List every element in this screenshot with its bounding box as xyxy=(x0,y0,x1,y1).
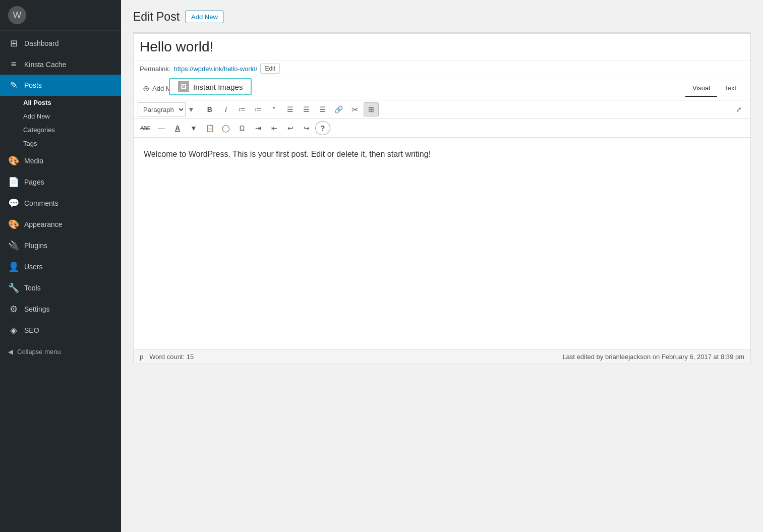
pages-icon: 📄 xyxy=(8,176,19,188)
align-right-button[interactable]: ☰ xyxy=(315,102,330,116)
instant-images-label: Instant Images xyxy=(193,83,243,91)
bold-button[interactable]: B xyxy=(202,102,217,116)
sidebar-sub-tags[interactable]: Tags xyxy=(0,137,121,150)
media-toolbar: ⊕ Add Media 🖼 Instant Images Visual Text xyxy=(134,77,750,100)
add-media-icon: ⊕ xyxy=(143,84,149,93)
sidebar-logo: W xyxy=(0,0,121,31)
permalink-label: Permalink: xyxy=(140,65,170,73)
paragraph-select[interactable]: Paragraph xyxy=(138,102,186,116)
sidebar-item-label: Comments xyxy=(24,199,58,207)
sidebar-sub-all-posts[interactable]: All Posts xyxy=(0,96,121,109)
tools-icon: 🔧 xyxy=(8,282,19,293)
permalink-url[interactable]: https://wpdev.ink/hello-world/ xyxy=(173,65,257,73)
instant-images-popup[interactable]: 🖼 Instant Images xyxy=(169,78,252,95)
permalink-bar: Permalink: https://wpdev.ink/hello-world… xyxy=(134,61,750,77)
redo-button[interactable]: ↪ xyxy=(299,121,314,135)
clear-formatting-button[interactable]: ◯ xyxy=(218,121,233,135)
last-edited-info: Last edited by brianleejackson on Februa… xyxy=(562,353,744,361)
special-char-button[interactable]: Ω xyxy=(234,121,250,135)
sidebar-item-seo[interactable]: ◈ SEO xyxy=(0,320,121,341)
posts-icon: ✎ xyxy=(8,80,19,91)
page-title: Edit Post xyxy=(133,10,180,24)
page-header: Edit Post Add New xyxy=(133,10,751,24)
unordered-list-button[interactable]: ≔ xyxy=(234,102,250,116)
sidebar-item-appearance[interactable]: 🎨 Appearance xyxy=(0,214,121,235)
sidebar-item-label: Settings xyxy=(24,305,50,313)
comments-icon: 💬 xyxy=(8,198,19,209)
text-color-dropdown[interactable]: ▼ xyxy=(186,121,201,135)
toolbar-row-1: Paragraph ▼ B I ≔ ≔ " ☰ ☰ ☰ 🔗 ✂ ⊞ ⤢ xyxy=(134,100,750,119)
sidebar-item-posts[interactable]: ✎ Posts xyxy=(0,75,121,96)
ordered-list-button[interactable]: ≔ xyxy=(251,102,266,116)
settings-icon: ⚙ xyxy=(8,304,19,315)
collapse-icon: ◀ xyxy=(8,348,13,356)
decrease-indent-button[interactable]: ⇤ xyxy=(267,121,282,135)
undo-button[interactable]: ↩ xyxy=(283,121,298,135)
sidebar-item-label: Appearance xyxy=(24,220,63,228)
path-indicator: p xyxy=(140,353,143,361)
users-icon: 👤 xyxy=(8,261,19,272)
post-title-input[interactable] xyxy=(140,39,744,55)
sidebar-item-label: Dashboard xyxy=(24,39,59,47)
sidebar-item-label: Kinsta Cache xyxy=(24,61,66,69)
kinsta-cache-icon: ≡ xyxy=(8,59,19,70)
collapse-menu[interactable]: ◀ Collapse menu xyxy=(0,343,121,361)
toolbar-row-2: ABC — A ▼ 📋 ◯ Ω ⇥ ⇤ ↩ ↪ ? xyxy=(134,119,750,138)
sidebar-item-label: SEO xyxy=(24,326,39,334)
sidebar-item-plugins[interactable]: 🔌 Plugins xyxy=(0,235,121,256)
collapse-label: Collapse menu xyxy=(17,348,61,356)
instant-images-icon: 🖼 xyxy=(178,81,189,92)
main-content: Edit Post Add New Permalink: https://wpd… xyxy=(121,0,763,532)
sidebar-item-media[interactable]: 🎨 Media xyxy=(0,150,121,171)
toolbar-separator-1 xyxy=(199,104,199,115)
sidebar-nav: ⊞ Dashboard ≡ Kinsta Cache ✎ Posts All P… xyxy=(0,31,121,343)
editor-status-bar: p Word count: 15 Last edited by brianlee… xyxy=(134,349,750,364)
help-button[interactable]: ? xyxy=(315,121,330,135)
toolbar-toggle-button[interactable]: ⊞ xyxy=(364,102,379,116)
media-icon: 🎨 xyxy=(8,155,19,166)
more-tag-button[interactable]: ✂ xyxy=(347,102,363,116)
sidebar: W ⊞ Dashboard ≡ Kinsta Cache ✎ Posts All… xyxy=(0,0,121,532)
appearance-icon: 🎨 xyxy=(8,219,19,230)
dashboard-icon: ⊞ xyxy=(8,38,19,49)
editor-paragraph: Welcome to WordPress. This is your first… xyxy=(144,148,740,161)
sidebar-item-pages[interactable]: 📄 Pages xyxy=(0,171,121,193)
sidebar-item-label: Plugins xyxy=(24,242,47,250)
tab-visual[interactable]: Visual xyxy=(685,80,717,97)
wordpress-logo-icon: W xyxy=(8,6,26,24)
post-editor: Permalink: https://wpdev.ink/hello-world… xyxy=(133,32,751,364)
align-center-button[interactable]: ☰ xyxy=(299,102,314,116)
add-new-button[interactable]: Add New xyxy=(186,11,223,23)
increase-indent-button[interactable]: ⇥ xyxy=(251,121,266,135)
fullscreen-button[interactable]: ⤢ xyxy=(731,102,746,116)
link-button[interactable]: 🔗 xyxy=(331,102,346,116)
blockquote-button[interactable]: " xyxy=(267,102,282,116)
sidebar-item-label: Posts xyxy=(24,81,42,89)
sidebar-item-kinsta-cache[interactable]: ≡ Kinsta Cache xyxy=(0,54,121,75)
paragraph-dropdown-icon[interactable]: ▼ xyxy=(188,105,195,113)
paste-as-text-button[interactable]: 📋 xyxy=(202,121,217,135)
sidebar-item-label: Media xyxy=(24,157,43,165)
sidebar-item-tools[interactable]: 🔧 Tools xyxy=(0,277,121,299)
sidebar-sub-add-new[interactable]: Add New xyxy=(0,109,121,123)
seo-icon: ◈ xyxy=(8,325,19,336)
italic-button[interactable]: I xyxy=(218,102,233,116)
tab-text[interactable]: Text xyxy=(717,80,743,97)
sidebar-item-dashboard[interactable]: ⊞ Dashboard xyxy=(0,33,121,54)
plugins-icon: 🔌 xyxy=(8,240,19,251)
sidebar-item-comments[interactable]: 💬 Comments xyxy=(0,193,121,214)
permalink-edit-button[interactable]: Edit xyxy=(260,64,280,74)
editor-content[interactable]: Welcome to WordPress. This is your first… xyxy=(134,138,750,349)
strikethrough-button[interactable]: ABC xyxy=(138,121,153,135)
post-title-area xyxy=(134,34,750,61)
horizontal-rule-button[interactable]: — xyxy=(154,121,169,135)
sidebar-item-users[interactable]: 👤 Users xyxy=(0,256,121,277)
sidebar-item-settings[interactable]: ⚙ Settings xyxy=(0,299,121,320)
sidebar-item-label: Users xyxy=(24,263,43,271)
align-left-button[interactable]: ☰ xyxy=(283,102,298,116)
sidebar-item-label: Pages xyxy=(24,178,44,186)
text-color-button[interactable]: A xyxy=(170,121,185,135)
sidebar-item-label: Tools xyxy=(24,284,41,292)
editor-tabs: Visual Text xyxy=(682,80,746,97)
sidebar-sub-categories[interactable]: Categories xyxy=(0,123,121,137)
